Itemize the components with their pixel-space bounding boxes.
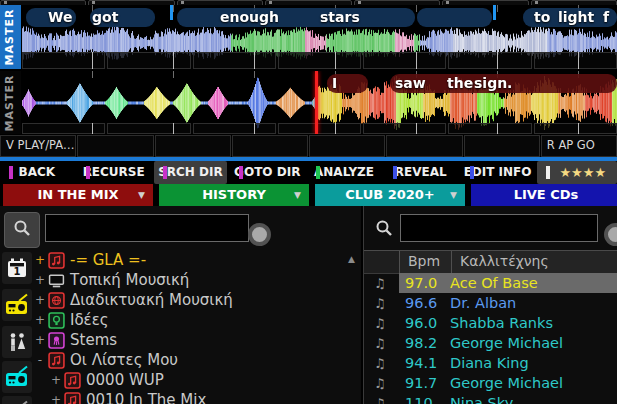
tree-item-label: Οι Λίστες Μου bbox=[70, 350, 178, 370]
lyric-word: the bbox=[447, 74, 473, 93]
beatgrid-cell bbox=[278, 123, 361, 134]
collapse-icon[interactable]: - bbox=[34, 350, 46, 370]
beatgrid-cell bbox=[107, 123, 190, 134]
beat-gridline bbox=[173, 5, 174, 12]
button-label: RECURSE bbox=[83, 165, 145, 179]
shortcut-pad[interactable] bbox=[309, 135, 385, 157]
beatgrid-cell bbox=[534, 123, 617, 134]
beatgrid-cell bbox=[448, 52, 531, 69]
track-row[interactable]: ♫91.7George Michael bbox=[364, 373, 617, 393]
beat-gridline bbox=[254, 71, 255, 78]
shortcut-pad[interactable] bbox=[155, 135, 231, 157]
radio-icon-gray[interactable] bbox=[2, 396, 32, 404]
beat-gridline bbox=[335, 52, 336, 69]
track-artist: Shabba Ranks bbox=[442, 313, 617, 333]
track-row[interactable]: ♫97.0Ace Of Base bbox=[364, 273, 617, 293]
deck-bottom-master-text: MASTER bbox=[0, 72, 20, 134]
shortcut-pad[interactable]: R AP GO bbox=[541, 135, 617, 157]
button-label: ANALYZE bbox=[314, 165, 374, 179]
beatgrid-cell bbox=[278, 52, 361, 69]
cue-marker bbox=[493, 5, 496, 20]
shortcut-pad[interactable] bbox=[232, 135, 308, 157]
radio-icon-cyan[interactable] bbox=[2, 361, 32, 393]
track-search-clear-button[interactable] bbox=[604, 223, 617, 246]
button-color-marker bbox=[470, 166, 474, 179]
computer-icon bbox=[48, 272, 65, 289]
tree-item[interactable]: +-= GLA =- bbox=[34, 250, 361, 270]
expand-icon[interactable]: + bbox=[50, 370, 62, 390]
lyric-pill bbox=[417, 8, 492, 27]
tree-item[interactable]: -Οι Λίστες Μου bbox=[34, 350, 361, 370]
radio-icon-yellow[interactable] bbox=[2, 289, 32, 321]
track-row[interactable]: ♫110Nina Sky bbox=[364, 393, 617, 404]
expand-icon[interactable]: + bbox=[34, 290, 46, 310]
beat-gridline bbox=[497, 123, 498, 134]
expand-icon[interactable]: + bbox=[34, 270, 46, 290]
shortcut-pad[interactable] bbox=[386, 135, 462, 157]
track-artist: Ace Of Base bbox=[442, 273, 617, 293]
track-row[interactable]: ♫94.1Diana King bbox=[364, 353, 617, 373]
shortcut-pads-row: V PLAY/PA…R AP GO bbox=[0, 135, 617, 157]
track-row[interactable]: ♫96.6Dr. Alban bbox=[364, 293, 617, 313]
chevron-down-icon[interactable]: ▼ bbox=[450, 184, 457, 206]
folder-panel: ▲ 1 +-= GLA =-+Τοπική Μουσική+Διαδικτυακ… bbox=[0, 206, 361, 404]
tree-item[interactable]: +0000 WUP bbox=[34, 370, 361, 390]
svg-text:1: 1 bbox=[14, 266, 21, 277]
chevron-down-icon[interactable]: ▼ bbox=[294, 184, 301, 206]
beat-gridline bbox=[416, 5, 417, 12]
recurse-button[interactable]: RECURSE bbox=[77, 161, 151, 184]
tree-item[interactable]: +Ιδέες bbox=[34, 310, 361, 330]
track-row[interactable]: ♫98.2George Michael bbox=[364, 333, 617, 353]
reveal-button[interactable]: REVEAL bbox=[384, 161, 458, 184]
rating-stars-button[interactable]: ★★★★ bbox=[537, 161, 617, 184]
expand-icon[interactable]: + bbox=[34, 330, 46, 350]
track-bpm: 97.0 bbox=[399, 273, 442, 293]
expand-icon[interactable]: + bbox=[50, 390, 62, 404]
chevron-down-icon[interactable]: ▼ bbox=[138, 184, 145, 206]
track-list-panel: Bpm Καλλιτέχνης ♫97.0Ace Of Base♫96.6Dr.… bbox=[364, 206, 617, 404]
goto-dir-button[interactable]: GOTO DIR bbox=[230, 161, 304, 184]
track-bpm: 96.6 bbox=[399, 293, 442, 313]
wedding-people-icon[interactable] bbox=[2, 326, 32, 358]
tab-club-2020-[interactable]: CLUB 2020+▼ bbox=[315, 184, 465, 206]
tree-item[interactable]: +Διαδικτυακή Μουσική bbox=[34, 290, 361, 310]
folder-search-input[interactable] bbox=[45, 214, 249, 242]
folder-stems-icon bbox=[48, 332, 65, 349]
calendar-icon[interactable]: 1 bbox=[2, 252, 32, 284]
button-color-marker bbox=[86, 166, 90, 179]
column-header-bpm[interactable]: Bpm bbox=[400, 251, 452, 273]
track-row[interactable]: ♫96.0Shabba Ranks bbox=[364, 313, 617, 333]
deck-top-waveform[interactable]: Wegotenoughstarstolightf bbox=[22, 5, 617, 69]
deck-bottom-beatgrid-strip bbox=[22, 123, 617, 134]
shortcut-pad[interactable] bbox=[464, 135, 540, 157]
beat-gridline bbox=[497, 52, 498, 69]
button-color-marker bbox=[316, 166, 320, 179]
tree-item-label: Stems bbox=[70, 330, 117, 350]
tree-item[interactable]: +Τοπική Μουσική bbox=[34, 270, 361, 290]
deck-top-master-label: MASTER bbox=[0, 5, 21, 69]
folder-music-icon bbox=[48, 252, 65, 269]
srch-dir-button[interactable]: SRCH DIR bbox=[154, 161, 228, 184]
button-label: GOTO DIR bbox=[234, 165, 300, 179]
tab-live-cds[interactable]: LIVE CDs bbox=[471, 184, 617, 206]
tab-history[interactable]: HISTORY▼ bbox=[159, 184, 309, 206]
tab-label: CLUB 2020+ bbox=[345, 187, 434, 202]
column-header-icon[interactable] bbox=[364, 251, 400, 273]
track-artist: George Michael bbox=[442, 333, 617, 353]
beat-gridline bbox=[497, 5, 498, 12]
shortcut-pad[interactable] bbox=[77, 135, 153, 157]
back-button[interactable]: BACK bbox=[0, 161, 74, 184]
tree-item[interactable]: +Stems bbox=[34, 330, 361, 350]
folder-search-button[interactable] bbox=[4, 212, 40, 248]
expand-icon[interactable]: + bbox=[34, 250, 46, 270]
folder-search-clear-button[interactable] bbox=[248, 223, 271, 246]
tree-item[interactable]: +0010 In The Mix bbox=[34, 390, 361, 404]
track-search-input[interactable] bbox=[400, 214, 598, 242]
expand-icon[interactable]: + bbox=[34, 310, 46, 330]
column-header-artist[interactable]: Καλλιτέχνης bbox=[452, 251, 617, 273]
deck-bottom-waveform[interactable]: Isawthesign. bbox=[22, 71, 617, 134]
tab-in-the-mix[interactable]: IN THE MIX▼ bbox=[3, 184, 153, 206]
shortcut-pad[interactable]: V PLAY/PA… bbox=[0, 135, 76, 157]
edit-info-button[interactable]: EDIT INFO bbox=[461, 161, 535, 184]
analyze-button[interactable]: ANALYZE bbox=[307, 161, 381, 184]
